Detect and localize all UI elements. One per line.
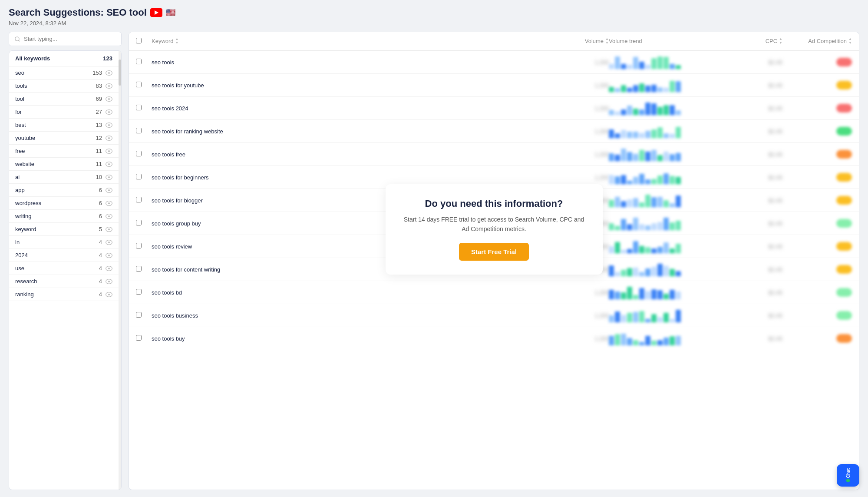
- row-checkbox-input[interactable]: [136, 289, 142, 295]
- keyword-item[interactable]: etsy 3: [9, 301, 119, 303]
- row-checkbox[interactable]: [136, 82, 152, 89]
- keyword-item[interactable]: seo 153: [9, 66, 119, 80]
- keyword-item[interactable]: free 11: [9, 145, 119, 158]
- keyword-cell: seo tools 2024: [152, 105, 557, 112]
- row-checkbox-input[interactable]: [136, 59, 142, 64]
- visibility-icon[interactable]: [106, 227, 112, 232]
- start-free-trial-button[interactable]: Start Free Trial: [459, 243, 529, 261]
- visibility-icon[interactable]: [106, 109, 112, 115]
- sort-arrows-keyword: ▲▼: [175, 37, 179, 45]
- col-cpc-label: CPC: [766, 38, 777, 44]
- visibility-icon[interactable]: [106, 188, 112, 193]
- row-checkbox-input[interactable]: [136, 151, 142, 156]
- visibility-icon[interactable]: [106, 292, 112, 297]
- cpc-cell: $2.45: [730, 312, 782, 319]
- keyword-cell: seo tools business: [152, 312, 557, 319]
- keyword-items: seo 153 tools 83 tool 69: [9, 66, 119, 303]
- keyword-count: 6: [99, 187, 112, 193]
- chat-widget[interactable]: Chat: [837, 464, 859, 487]
- sidebar-scrollbar[interactable]: [119, 51, 121, 490]
- ad-competition-pill: [836, 311, 852, 320]
- col-ad-competition[interactable]: Ad Competition ▲▼: [782, 37, 852, 45]
- row-checkbox[interactable]: [136, 174, 152, 181]
- visibility-icon[interactable]: [106, 136, 112, 141]
- keyword-item[interactable]: ai 10: [9, 171, 119, 184]
- col-trend-label: Volume trend: [609, 38, 642, 44]
- row-checkbox-input[interactable]: [136, 105, 142, 110]
- keyword-item[interactable]: keyword 5: [9, 223, 119, 236]
- cpc-value: $2.45: [768, 197, 782, 204]
- keyword-count: 83: [96, 83, 112, 89]
- row-checkbox-input[interactable]: [136, 197, 142, 202]
- svg-point-5: [108, 85, 110, 87]
- visibility-icon[interactable]: [106, 253, 112, 258]
- keyword-item[interactable]: research 4: [9, 275, 119, 288]
- visibility-icon[interactable]: [106, 70, 112, 76]
- keyword-item[interactable]: use 4: [9, 262, 119, 275]
- visibility-icon[interactable]: [106, 96, 112, 102]
- keyword-item[interactable]: writing 6: [9, 210, 119, 223]
- keyword-item[interactable]: website 11: [9, 158, 119, 171]
- ad-competition-cell: [782, 150, 852, 159]
- overlay-title: Do you need this information?: [403, 198, 585, 209]
- checkbox-header[interactable]: [136, 38, 152, 45]
- visibility-icon[interactable]: [106, 240, 112, 245]
- visibility-icon[interactable]: [106, 279, 112, 284]
- row-checkbox-input[interactable]: [136, 335, 142, 341]
- trend-bars: [609, 193, 730, 207]
- sidebar-list-inner[interactable]: All keywords 123 seo 153 tools 83: [9, 51, 119, 303]
- volume-cell: 1,200: [557, 174, 609, 181]
- select-all-checkbox[interactable]: [136, 38, 142, 43]
- keyword-item[interactable]: app 6: [9, 184, 119, 197]
- row-checkbox[interactable]: [136, 243, 152, 250]
- row-checkbox-input[interactable]: [136, 128, 142, 133]
- ad-competition-cell: [782, 173, 852, 182]
- row-checkbox[interactable]: [136, 289, 152, 296]
- row-checkbox-input[interactable]: [136, 82, 142, 87]
- row-checkbox[interactable]: [136, 335, 152, 342]
- visibility-icon[interactable]: [106, 201, 112, 206]
- row-checkbox[interactable]: [136, 266, 152, 273]
- row-checkbox-input[interactable]: [136, 174, 142, 179]
- keyword-item[interactable]: for 27: [9, 106, 119, 119]
- keyword-item[interactable]: wordpress 6: [9, 197, 119, 210]
- visibility-icon[interactable]: [106, 123, 112, 128]
- keyword-count: 27: [96, 109, 112, 115]
- col-cpc[interactable]: CPC ▲▼: [730, 37, 782, 45]
- keyword-item[interactable]: in 4: [9, 236, 119, 249]
- keyword-item[interactable]: tool 69: [9, 93, 119, 106]
- row-checkbox-input[interactable]: [136, 312, 142, 318]
- keyword-item[interactable]: tools 83: [9, 80, 119, 93]
- row-checkbox[interactable]: [136, 59, 152, 66]
- keyword-item[interactable]: best 13: [9, 119, 119, 132]
- row-checkbox-input[interactable]: [136, 243, 142, 248]
- ad-competition-cell: [782, 288, 852, 297]
- keyword-item[interactable]: ranking 4: [9, 288, 119, 301]
- visibility-icon[interactable]: [106, 175, 112, 180]
- all-keywords-label: All keywords: [15, 55, 50, 62]
- visibility-icon[interactable]: [106, 214, 112, 219]
- col-volume[interactable]: Volume ▲▼: [557, 37, 609, 45]
- row-checkbox[interactable]: [136, 128, 152, 135]
- trend-bars: [609, 216, 730, 230]
- keyword-item[interactable]: youtube 12: [9, 132, 119, 145]
- svg-line-1: [19, 40, 20, 41]
- row-checkbox[interactable]: [136, 197, 152, 204]
- row-checkbox[interactable]: [136, 220, 152, 227]
- row-checkbox-input[interactable]: [136, 220, 142, 225]
- visibility-icon[interactable]: [106, 162, 112, 167]
- row-checkbox[interactable]: [136, 105, 152, 112]
- ad-competition-pill: [836, 150, 852, 159]
- row-checkbox-input[interactable]: [136, 266, 142, 272]
- visibility-icon[interactable]: [106, 266, 112, 271]
- keyword-item[interactable]: 2024 4: [9, 249, 119, 262]
- visibility-icon[interactable]: [106, 149, 112, 154]
- row-checkbox[interactable]: [136, 312, 152, 319]
- search-input[interactable]: [24, 36, 116, 42]
- row-checkbox[interactable]: [136, 151, 152, 158]
- ad-competition-cell: [782, 219, 852, 228]
- search-box[interactable]: [9, 32, 122, 46]
- visibility-icon[interactable]: [106, 83, 112, 89]
- col-keyword[interactable]: Keyword ▲▼: [152, 37, 557, 45]
- svg-point-25: [108, 215, 110, 217]
